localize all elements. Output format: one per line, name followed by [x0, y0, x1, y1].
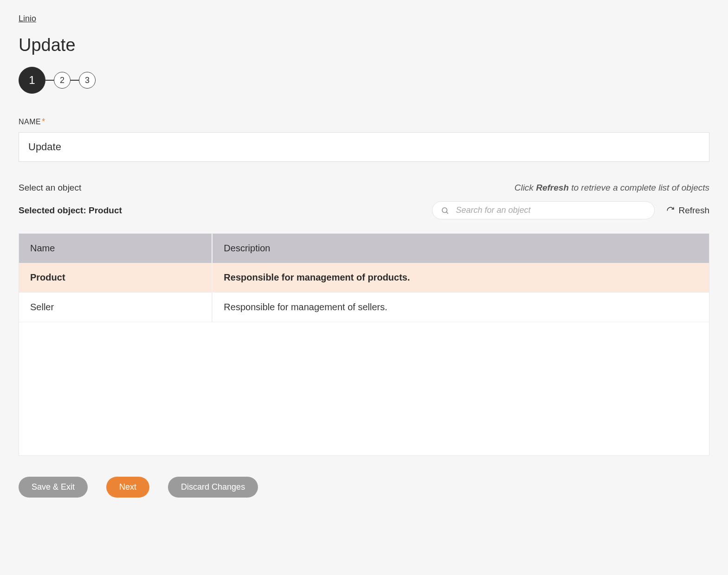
step-connector — [45, 80, 54, 81]
refresh-button[interactable]: Refresh — [666, 205, 709, 216]
page-title: Update — [19, 35, 709, 55]
cell-name: Product — [19, 263, 212, 293]
column-header-name[interactable]: Name — [19, 234, 212, 263]
breadcrumb-link-linio[interactable]: Linio — [19, 14, 36, 23]
selected-value: Product — [89, 205, 122, 215]
table-row[interactable]: ProductResponsible for management of pro… — [19, 263, 709, 293]
search-icon — [441, 206, 449, 215]
refresh-hint: Click Refresh to retrieve a complete lis… — [515, 183, 709, 193]
save-exit-button[interactable]: Save & Exit — [19, 477, 88, 498]
cell-description: Responsible for management of products. — [212, 263, 709, 293]
step-1[interactable]: 1 — [19, 67, 45, 94]
name-input[interactable] — [19, 132, 709, 162]
refresh-icon — [666, 206, 675, 215]
object-table-container: Name Description ProductResponsible for … — [19, 233, 709, 456]
step-connector — [71, 80, 79, 81]
svg-line-1 — [447, 212, 448, 213]
table-row[interactable]: SellerResponsible for management of sell… — [19, 293, 709, 322]
stepper: 1 2 3 — [19, 67, 709, 94]
required-star-icon: * — [42, 117, 45, 126]
svg-point-0 — [442, 208, 447, 213]
cell-name: Seller — [19, 293, 212, 322]
hint-pre: Click — [515, 183, 536, 192]
next-button[interactable]: Next — [106, 477, 149, 498]
hint-post: to retrieve a complete list of objects — [569, 183, 709, 192]
hint-bold: Refresh — [536, 183, 569, 192]
select-hint-row: Select an object Click Refresh to retrie… — [19, 183, 709, 193]
discard-button[interactable]: Discard Changes — [168, 477, 258, 498]
name-label-text: NAME — [19, 118, 41, 126]
selected-search-row: Selected object: Product Refresh — [19, 201, 709, 219]
name-label: NAME* — [19, 117, 709, 127]
refresh-label: Refresh — [678, 205, 709, 216]
table-header-row: Name Description — [19, 234, 709, 263]
breadcrumb: Linio — [19, 14, 709, 24]
selected-prefix: Selected object: — [19, 205, 89, 215]
search-wrapper — [432, 201, 655, 219]
cell-description: Responsible for management of sellers. — [212, 293, 709, 322]
select-object-label: Select an object — [19, 183, 81, 193]
search-refresh-row: Refresh — [432, 201, 709, 219]
column-header-description[interactable]: Description — [212, 234, 709, 263]
object-table: Name Description ProductResponsible for … — [19, 234, 709, 322]
search-input[interactable] — [456, 205, 646, 215]
step-3[interactable]: 3 — [79, 72, 96, 89]
selected-object-label: Selected object: Product — [19, 205, 122, 216]
step-2[interactable]: 2 — [54, 72, 71, 89]
action-button-row: Save & Exit Next Discard Changes — [19, 477, 709, 498]
